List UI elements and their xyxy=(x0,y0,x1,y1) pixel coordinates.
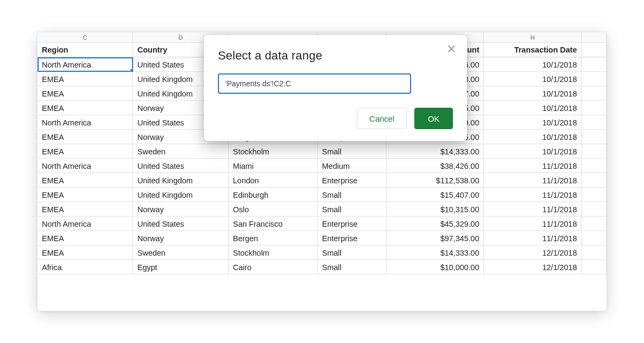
select-data-range-dialog: ✕ Select a data range Cancel OK xyxy=(204,35,467,141)
cell-date[interactable]: 12/1/2018 xyxy=(484,245,582,260)
dialog-title: Select a data range xyxy=(218,49,453,63)
cell-city[interactable]: Bergen xyxy=(229,231,318,245)
col-letter-h[interactable]: H xyxy=(484,32,582,42)
cell-date[interactable]: 10/1/2018 xyxy=(484,57,582,72)
cell-city[interactable]: Oslo xyxy=(229,202,318,217)
cell-region[interactable]: EMEA xyxy=(38,101,133,115)
cell-empty[interactable] xyxy=(582,159,606,173)
cell-empty[interactable] xyxy=(582,57,606,72)
cell-date[interactable]: 11/1/2018 xyxy=(484,217,582,231)
cell-date[interactable]: 11/1/2018 xyxy=(484,231,582,245)
column-header[interactable] xyxy=(582,43,606,57)
cell-tier[interactable]: Small xyxy=(318,202,386,217)
cell-tier[interactable]: Small xyxy=(318,245,386,260)
cell-country[interactable]: United Kingdom xyxy=(133,188,229,202)
cell-country[interactable]: Sweden xyxy=(133,144,229,159)
cell-date[interactable]: 10/1/2018 xyxy=(484,115,582,130)
cell-amount[interactable]: $45,329.00 xyxy=(386,217,484,231)
cell-empty[interactable] xyxy=(582,86,606,101)
cell-empty[interactable] xyxy=(582,130,606,144)
cell-empty[interactable] xyxy=(582,188,606,202)
cell-region[interactable]: EMEA xyxy=(38,173,133,188)
cell-empty[interactable] xyxy=(582,231,606,245)
cell-date[interactable]: 11/1/2018 xyxy=(484,173,582,188)
cell-date[interactable]: 10/1/2018 xyxy=(484,144,582,159)
cell-date[interactable]: 10/1/2018 xyxy=(484,101,582,115)
cell-tier[interactable]: Enterprise xyxy=(318,173,386,188)
col-letter-i[interactable] xyxy=(582,32,606,42)
cell-region[interactable]: North America xyxy=(38,159,133,173)
cell-city[interactable]: San Francisco xyxy=(229,217,318,231)
close-icon[interactable]: ✕ xyxy=(445,43,457,55)
dialog-button-row: Cancel OK xyxy=(218,108,453,129)
cell-amount[interactable]: $14,333.00 xyxy=(386,144,484,159)
cell-region[interactable]: North America xyxy=(38,115,133,130)
cell-empty[interactable] xyxy=(582,260,606,274)
cell-city[interactable]: London xyxy=(229,173,318,188)
cell-region[interactable]: EMEA xyxy=(38,188,133,202)
cell-country[interactable]: United States xyxy=(133,159,229,173)
cell-tier[interactable]: Enterprise xyxy=(318,231,386,245)
cell-date[interactable]: 11/1/2018 xyxy=(484,202,582,217)
cell-region[interactable]: EMEA xyxy=(38,86,133,101)
cell-region[interactable]: Africa xyxy=(38,260,133,274)
cell-country[interactable]: Norway xyxy=(133,202,229,217)
cell-date[interactable]: 10/1/2018 xyxy=(484,72,582,86)
cell-city[interactable]: Miami xyxy=(229,159,318,173)
cell-country[interactable]: Sweden xyxy=(133,245,229,260)
cell-empty[interactable] xyxy=(582,101,606,115)
data-range-input[interactable] xyxy=(218,73,411,94)
cell-empty[interactable] xyxy=(582,72,606,86)
cell-amount[interactable]: $15,407.00 xyxy=(386,188,484,202)
cell-city[interactable]: Stockholm xyxy=(229,144,318,159)
cell-region[interactable]: EMEA xyxy=(38,245,133,260)
column-header[interactable]: Transaction Date xyxy=(484,43,582,57)
cell-tier[interactable]: Small xyxy=(318,144,386,159)
cell-region[interactable]: EMEA xyxy=(38,130,133,144)
cell-region[interactable]: EMEA xyxy=(38,231,133,245)
cell-region[interactable]: North America xyxy=(38,217,133,231)
cell-empty[interactable] xyxy=(582,144,606,159)
cell-city[interactable]: Edinburgh xyxy=(229,188,318,202)
cell-empty[interactable] xyxy=(582,245,606,260)
cell-amount[interactable]: $10,000.00 xyxy=(386,260,484,274)
cell-region[interactable]: North America xyxy=(38,57,133,72)
cell-date[interactable]: 10/1/2018 xyxy=(484,130,582,144)
cell-region[interactable]: EMEA xyxy=(38,144,133,159)
cell-amount[interactable]: $14,333.00 xyxy=(386,245,484,260)
column-header[interactable]: Region xyxy=(38,43,133,57)
cell-empty[interactable] xyxy=(582,217,606,231)
cell-country[interactable]: Egypt xyxy=(133,260,229,274)
cell-city[interactable]: Stockholm xyxy=(229,245,318,260)
cell-tier[interactable]: Small xyxy=(318,188,386,202)
cell-country[interactable]: Norway xyxy=(133,231,229,245)
cell-region[interactable]: EMEA xyxy=(38,72,133,86)
cell-region[interactable]: EMEA xyxy=(38,202,133,217)
cell-country[interactable]: United States xyxy=(133,217,229,231)
cell-date[interactable]: 11/1/2018 xyxy=(484,188,582,202)
cell-amount[interactable]: $97,345.00 xyxy=(386,231,484,245)
cell-date[interactable]: 12/1/2018 xyxy=(484,260,582,274)
cell-empty[interactable] xyxy=(582,115,606,130)
cell-city[interactable]: Cairo xyxy=(229,260,318,274)
ok-button[interactable]: OK xyxy=(414,108,453,129)
cancel-button[interactable]: Cancel xyxy=(357,108,407,129)
col-letter-c[interactable]: C xyxy=(38,32,133,42)
cell-empty[interactable] xyxy=(582,173,606,188)
cell-date[interactable]: 11/1/2018 xyxy=(484,159,582,173)
cell-tier[interactable]: Small xyxy=(318,260,386,274)
cell-country[interactable]: United Kingdom xyxy=(133,173,229,188)
cell-amount[interactable]: $10,315.00 xyxy=(386,202,484,217)
cell-amount[interactable]: $38,426.00 xyxy=(386,159,484,173)
cell-date[interactable]: 10/1/2018 xyxy=(484,86,582,101)
cell-tier[interactable]: Enterprise xyxy=(318,217,386,231)
cell-empty[interactable] xyxy=(582,202,606,217)
cell-amount[interactable]: $112,538.00 xyxy=(386,173,484,188)
spreadsheet-card: C D E F G H RegionCountryCityTierAmountT… xyxy=(38,32,606,311)
cell-tier[interactable]: Medium xyxy=(318,159,386,173)
